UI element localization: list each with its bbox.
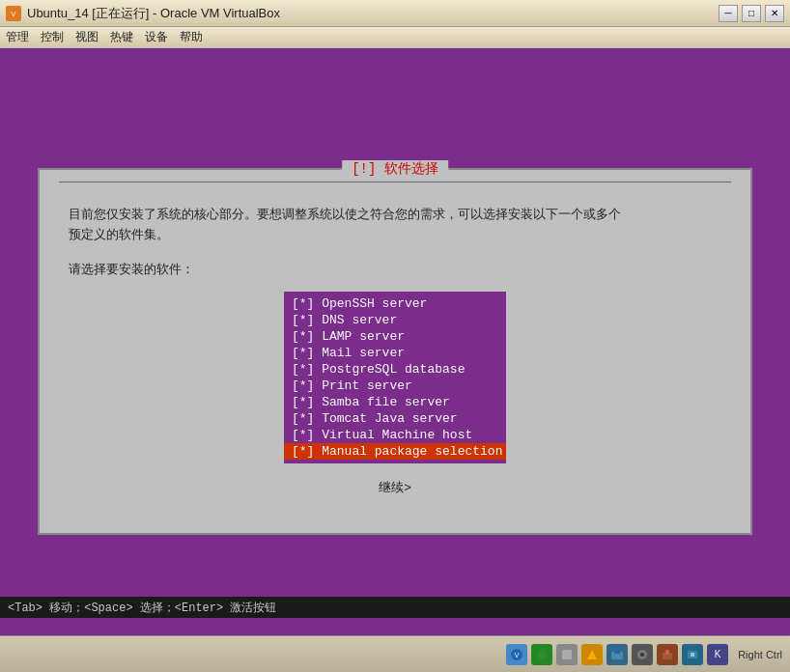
menubar-item-管理[interactable]: 管理	[6, 29, 29, 45]
taskbar-icon-6[interactable]	[632, 644, 653, 665]
software-item-8[interactable]: [*] Virtual Machine host	[284, 427, 506, 443]
menubar-item-帮助[interactable]: 帮助	[180, 29, 203, 45]
window-title: Ubuntu_14 [正在运行] - Oracle VM VirtualBox	[27, 5, 719, 22]
svg-text:V: V	[11, 10, 16, 18]
svg-text:V: V	[515, 652, 520, 658]
minimize-button[interactable]: ─	[719, 5, 738, 22]
svg-rect-5	[562, 650, 572, 659]
dialog-description: 目前您仅安装了系统的核心部分。要想调整系统以使之符合您的需求，可以选择安装以下一…	[69, 205, 721, 245]
menubar: 管理控制视图热键设备帮助	[0, 27, 790, 48]
right-ctrl-label: Right Ctrl	[738, 649, 782, 660]
svg-rect-8	[614, 650, 620, 654]
taskbar-icon-4[interactable]	[581, 644, 603, 665]
software-list[interactable]: [*] OpenSSH server[*] DNS server[*] LAMP…	[284, 292, 506, 463]
menubar-item-热键[interactable]: 热键	[110, 29, 133, 45]
menubar-item-视图[interactable]: 视图	[75, 29, 99, 45]
continue-button-area[interactable]: 继续>	[69, 479, 721, 496]
dialog-title: [!] 软件选择	[342, 160, 448, 178]
svg-marker-6	[587, 650, 597, 659]
svg-rect-13	[688, 651, 697, 658]
taskbar-icon-7[interactable]	[657, 644, 678, 665]
software-item-3[interactable]: [*] Mail server	[284, 345, 506, 361]
window-controls: ─ □ ✕	[719, 5, 784, 22]
software-item-9[interactable]: [*] Manual package selection	[284, 443, 506, 460]
close-button[interactable]: ✕	[765, 5, 784, 22]
taskbar-icon-1[interactable]: V	[506, 644, 527, 665]
dialog-border	[59, 182, 731, 182]
svg-rect-12	[665, 650, 669, 655]
app-icon: V	[6, 6, 21, 21]
maximize-button[interactable]: □	[742, 5, 761, 22]
menubar-item-设备[interactable]: 设备	[145, 29, 168, 45]
svg-point-10	[640, 653, 644, 657]
taskbar-icon-9[interactable]: K	[707, 644, 728, 665]
software-item-5[interactable]: [*] Print server	[284, 378, 506, 394]
desc-line2: 预定义的软件集。	[69, 227, 169, 241]
menubar-item-控制[interactable]: 控制	[41, 29, 64, 45]
svg-point-4	[537, 650, 547, 659]
statusbar-text: <Tab> 移动；<Space> 选择；<Enter> 激活按钮	[8, 600, 276, 616]
software-item-4[interactable]: [*] PostgreSQL database	[284, 361, 506, 378]
software-item-0[interactable]: [*] OpenSSH server	[284, 295, 506, 312]
software-item-1[interactable]: [*] DNS server	[284, 312, 506, 328]
software-item-6[interactable]: [*] Samba file server	[284, 394, 506, 410]
vm-statusbar: <Tab> 移动；<Space> 选择；<Enter> 激活按钮	[0, 597, 790, 618]
software-item-2[interactable]: [*] LAMP server	[284, 328, 506, 345]
taskbar-icon-2[interactable]	[531, 644, 552, 665]
taskbar-icon-8[interactable]	[682, 644, 703, 665]
software-selection-dialog: [!] 软件选择 目前您仅安装了系统的核心部分。要想调整系统以使之符合您的需求，…	[38, 168, 752, 535]
vm-display: [!] 软件选择 目前您仅安装了系统的核心部分。要想调整系统以使之符合您的需求，…	[0, 48, 790, 655]
continue-label[interactable]: 继续>	[359, 476, 431, 498]
titlebar: V Ubuntu_14 [正在运行] - Oracle VM VirtualBo…	[0, 0, 790, 27]
desc-line1: 目前您仅安装了系统的核心部分。要想调整系统以使之符合您的需求，可以选择安装以下一…	[69, 207, 621, 221]
dialog-prompt: 请选择要安装的软件：	[69, 261, 721, 278]
taskbar: V K Right Ctrl	[0, 635, 790, 672]
software-item-7[interactable]: [*] Tomcat Java server	[284, 410, 506, 427]
taskbar-icon-3[interactable]	[556, 644, 578, 665]
taskbar-icon-5[interactable]	[607, 644, 628, 665]
